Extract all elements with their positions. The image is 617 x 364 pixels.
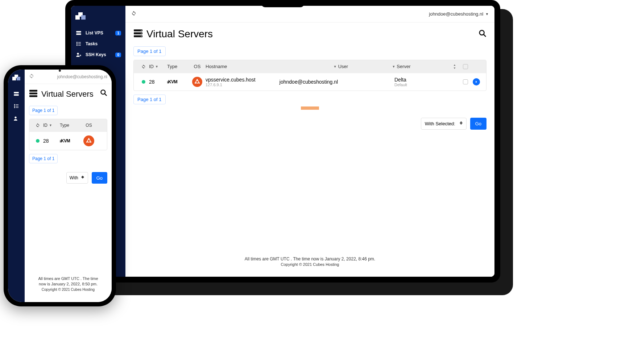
user-menu[interactable]: johndoe@cubeshosting.nl xyxy=(57,74,107,79)
caret-down-icon: ▼ xyxy=(485,12,489,16)
sort-caret-icon: ▼ xyxy=(392,65,395,68)
column-user-sort[interactable]: ▼ xyxy=(348,65,397,68)
pager-top[interactable]: Page 1 of 1 xyxy=(29,106,58,115)
column-label: OS xyxy=(194,64,201,69)
checkbox[interactable] xyxy=(463,79,468,84)
column-hostname[interactable]: Hostname xyxy=(206,64,274,69)
id-cell: 28 xyxy=(43,138,60,144)
user-key-icon xyxy=(75,52,82,58)
svg-point-34 xyxy=(101,90,105,95)
sidebar-item-ssh-keys[interactable] xyxy=(8,112,25,125)
column-hostname-sort[interactable]: ▼ xyxy=(274,65,338,68)
laptop-frame: List VPS 1 Tasks SSH Keys xyxy=(65,0,500,283)
column-server-sort[interactable] xyxy=(449,64,460,69)
svg-line-35 xyxy=(105,94,107,96)
column-type[interactable]: Type xyxy=(167,64,189,69)
svg-rect-4 xyxy=(76,43,78,45)
phone-frame: johndoe@cubeshosting.nl Virtual Servers xyxy=(4,65,116,306)
page-title: Virtual Servers xyxy=(41,89,94,99)
bulk-actions: With Selected: Go xyxy=(133,118,486,130)
column-os[interactable]: OS xyxy=(82,123,96,128)
sidebar-item-tasks[interactable] xyxy=(8,100,25,112)
refresh-button[interactable] xyxy=(29,74,34,80)
svg-point-9 xyxy=(80,55,81,56)
sidebar-item-list-vps[interactable] xyxy=(8,88,25,100)
table-row[interactable]: 28 ᵢᵢKVM vpsservice.cubes.host 127.6.9.1 xyxy=(134,73,486,91)
phone-sidebar xyxy=(8,70,25,302)
pager-top[interactable]: Page 1 of 1 xyxy=(133,46,166,56)
column-type[interactable]: Type xyxy=(60,123,82,128)
svg-point-38 xyxy=(86,141,88,143)
search-button[interactable] xyxy=(100,89,107,98)
view-button[interactable] xyxy=(473,78,480,85)
bulk-action-select[interactable]: With Selected: xyxy=(421,118,467,130)
svg-rect-27 xyxy=(16,106,18,106)
sidebar-item-label: SSH Keys xyxy=(86,52,106,57)
footer: All times are GMT UTC . The time now is … xyxy=(133,252,486,271)
topbar: johndoe@cubeshosting.nl ▼ xyxy=(125,6,494,22)
user-email: johndoe@cubeshosting.nl xyxy=(57,74,107,79)
svg-rect-26 xyxy=(14,106,15,107)
column-label: Server xyxy=(397,64,410,69)
go-button[interactable]: Go xyxy=(470,118,486,130)
user-menu[interactable]: johndoe@cubeshosting.nl ▼ xyxy=(429,11,489,17)
os-cell xyxy=(189,77,206,87)
column-user[interactable]: User xyxy=(338,64,348,69)
checkbox[interactable] xyxy=(463,64,468,69)
refresh-column-icon[interactable] xyxy=(138,64,149,69)
column-checkbox-all[interactable] xyxy=(460,64,471,69)
refresh-column-icon[interactable] xyxy=(32,123,43,127)
servers-icon xyxy=(133,29,143,39)
svg-point-30 xyxy=(15,117,16,118)
logo[interactable] xyxy=(8,72,25,88)
column-server[interactable]: Server xyxy=(397,64,449,69)
server-name: Delta xyxy=(394,77,449,83)
row-checkbox-cell xyxy=(460,79,471,84)
ubuntu-icon xyxy=(83,135,94,146)
footer-time: All times are GMT UTC . The time now is … xyxy=(138,256,482,262)
id-cell: 28 xyxy=(149,79,167,85)
type-cell: ᵢᵢKVM xyxy=(60,138,82,143)
svg-rect-28 xyxy=(14,107,15,108)
server-icon xyxy=(75,30,82,36)
logo-cubes-icon xyxy=(12,75,20,82)
refresh-button[interactable] xyxy=(131,11,136,17)
phone-topbar: johndoe@cubeshosting.nl xyxy=(25,70,112,84)
search-button[interactable] xyxy=(479,29,486,39)
svg-rect-3 xyxy=(78,42,81,42)
os-cell xyxy=(82,135,96,146)
column-id[interactable]: ID ▼ xyxy=(43,123,60,128)
sidebar-item-tasks[interactable]: Tasks xyxy=(71,38,125,49)
svg-rect-31 xyxy=(29,90,37,92)
svg-rect-25 xyxy=(16,104,18,105)
svg-rect-29 xyxy=(16,107,18,108)
column-os[interactable]: OS xyxy=(189,64,206,69)
sidebar-item-list-vps[interactable]: List VPS 1 xyxy=(71,28,125,38)
go-button[interactable]: Go xyxy=(92,172,107,184)
logo[interactable] xyxy=(71,9,125,28)
vps-table: ID▼ Type OS Hostname ▼ User ▼ Server xyxy=(133,60,486,91)
svg-point-18 xyxy=(196,80,199,83)
user-email: johndoe@cubeshosting.nl xyxy=(429,11,483,17)
table-row[interactable]: 28 ᵢᵢKVM xyxy=(29,131,107,150)
footer-time: All times are GMT UTC . The time now is … xyxy=(35,276,102,286)
server-cell: Delta Default xyxy=(394,77,449,87)
sidebar-item-ssh-keys[interactable]: SSH Keys 0 xyxy=(71,49,125,60)
phone-camera xyxy=(59,70,61,72)
phone-main: johndoe@cubeshosting.nl Virtual Servers xyxy=(25,70,112,302)
column-label: ID xyxy=(149,64,154,69)
column-label: Hostname xyxy=(206,64,227,69)
pager-bottom[interactable]: Page 1 of 1 xyxy=(133,95,166,104)
phone-content: Virtual Servers Page 1 of 1 ID ▼ xyxy=(25,84,112,302)
user-key-icon xyxy=(13,116,20,121)
footer: All times are GMT UTC . The time now is … xyxy=(29,272,107,297)
pager-bottom[interactable]: Page 1 of 1 xyxy=(29,154,58,163)
column-id[interactable]: ID▼ xyxy=(149,64,167,69)
status-online-icon xyxy=(36,139,40,143)
sort-caret-icon: ▼ xyxy=(334,65,337,68)
footer-copyright: Copyright © 2021 Cubes Hosting xyxy=(35,287,102,292)
svg-point-20 xyxy=(195,82,196,84)
svg-point-21 xyxy=(198,82,200,84)
bulk-action-select[interactable]: With xyxy=(66,172,88,184)
status-online-icon xyxy=(142,80,145,84)
